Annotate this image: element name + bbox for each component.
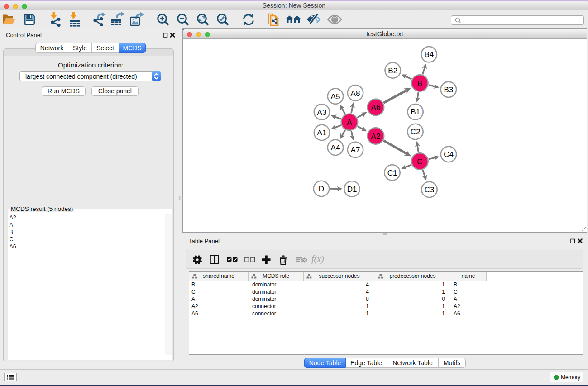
svg-text:A4: A4 — [331, 143, 340, 152]
svg-text:B2: B2 — [388, 67, 397, 75]
svg-text:A2: A2 — [371, 132, 381, 141]
svg-text:D: D — [319, 185, 324, 193]
svg-text:C2: C2 — [411, 128, 421, 136]
svg-text:B1: B1 — [411, 108, 420, 116]
svg-text:A6: A6 — [371, 103, 381, 112]
svg-text:C4: C4 — [444, 150, 454, 159]
svg-text:A1: A1 — [317, 129, 327, 137]
svg-text:A5: A5 — [331, 92, 340, 101]
svg-text:D1: D1 — [347, 185, 357, 194]
svg-text:A3: A3 — [317, 108, 327, 117]
svg-text:C: C — [417, 157, 422, 166]
svg-text:B: B — [417, 79, 422, 88]
svg-text:A7: A7 — [351, 146, 360, 154]
svg-text:A: A — [347, 118, 352, 127]
svg-text:B3: B3 — [444, 86, 454, 94]
svg-text:C3: C3 — [425, 186, 435, 194]
svg-text:C1: C1 — [387, 169, 397, 177]
svg-text:A8: A8 — [351, 89, 360, 98]
svg-text:B4: B4 — [424, 50, 434, 59]
